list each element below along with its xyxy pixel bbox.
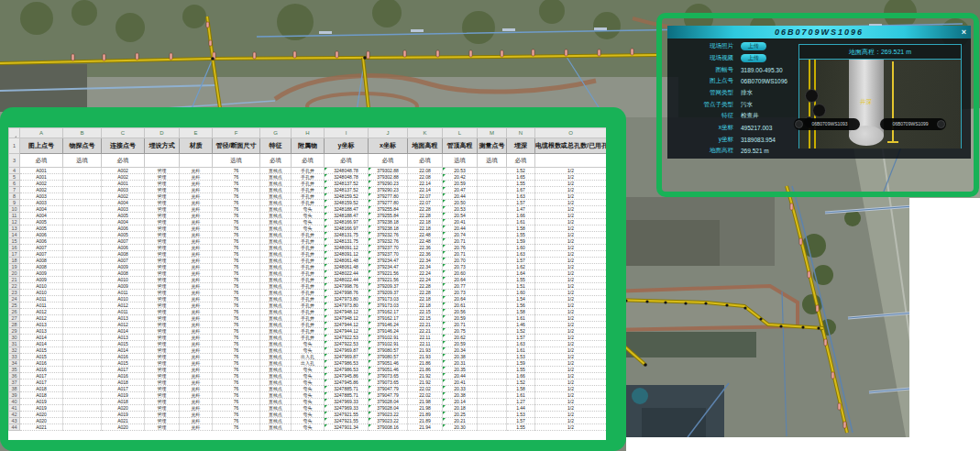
- cell[interactable]: 20.42: [443, 174, 478, 181]
- cell[interactable]: 1.63: [507, 193, 535, 200]
- cell[interactable]: 手孔井: [292, 309, 325, 315]
- cell[interactable]: 管埋: [145, 360, 180, 367]
- cell[interactable]: 直线点: [260, 213, 292, 219]
- cell[interactable]: 379234.47: [369, 258, 408, 264]
- cell[interactable]: 管埋: [145, 232, 180, 238]
- cell[interactable]: 直线点: [260, 386, 292, 392]
- cell[interactable]: 直线点: [260, 315, 292, 322]
- cell[interactable]: 管埋: [145, 367, 180, 373]
- cell[interactable]: 管埋: [145, 264, 180, 270]
- column-header[interactable]: 地面高程: [408, 138, 443, 154]
- cell[interactable]: 3248131.75: [325, 232, 369, 238]
- select-all-corner[interactable]: [9, 128, 20, 138]
- row-number[interactable]: 19: [9, 264, 20, 270]
- cell[interactable]: 直线点: [260, 380, 292, 386]
- cell[interactable]: A014: [102, 347, 145, 354]
- cell[interactable]: 379221.56: [369, 277, 408, 283]
- cell[interactable]: A006: [20, 238, 63, 245]
- cell[interactable]: [478, 335, 507, 341]
- cell[interactable]: 20.70: [443, 258, 478, 264]
- cell[interactable]: [63, 251, 102, 258]
- cell[interactable]: 光纤: [180, 226, 213, 232]
- cell[interactable]: 管埋: [145, 354, 180, 360]
- cell[interactable]: 光纤: [180, 392, 213, 399]
- cell[interactable]: 光纤: [180, 251, 213, 258]
- row-number[interactable]: 8: [9, 193, 20, 200]
- cell[interactable]: 光纤: [180, 168, 213, 174]
- cell[interactable]: 光纤: [180, 354, 213, 360]
- cell[interactable]: 20.71: [443, 251, 478, 258]
- cell[interactable]: [63, 328, 102, 335]
- cell[interactable]: A014: [102, 328, 145, 335]
- cell[interactable]: 管埋: [145, 347, 180, 354]
- cell[interactable]: [63, 399, 102, 405]
- cell[interactable]: 1.57: [507, 258, 535, 264]
- cell[interactable]: 手孔井: [292, 335, 325, 341]
- cell[interactable]: 管埋: [145, 309, 180, 315]
- cell[interactable]: A006: [102, 245, 145, 251]
- cell[interactable]: [63, 264, 102, 270]
- requirement-cell[interactable]: 必填: [325, 154, 369, 168]
- row-number[interactable]: 5: [9, 174, 20, 181]
- cell[interactable]: 手孔井: [292, 290, 325, 296]
- cell[interactable]: 直线点: [260, 392, 292, 399]
- cell[interactable]: 直线点: [260, 412, 292, 418]
- row-number[interactable]: 30: [9, 335, 20, 341]
- column-header[interactable]: 材质: [180, 138, 213, 154]
- cell[interactable]: 22.48: [408, 238, 443, 245]
- requirement-cell[interactable]: 必填: [260, 154, 292, 168]
- cell[interactable]: [63, 354, 102, 360]
- cell[interactable]: [478, 424, 507, 431]
- cell[interactable]: 22.28: [408, 206, 443, 213]
- cell[interactable]: 1.63: [507, 341, 535, 347]
- cell[interactable]: A012: [102, 322, 145, 328]
- cell[interactable]: [478, 251, 507, 258]
- cell[interactable]: 1/2: [535, 226, 607, 232]
- cell[interactable]: 379008.16: [369, 424, 408, 431]
- cell[interactable]: 管埋: [145, 380, 180, 386]
- table-row[interactable]: 13A005A006管埋光纤76直线点弯头3248166.97379238.18…: [9, 226, 607, 232]
- cell[interactable]: 手孔井: [292, 251, 325, 258]
- cell[interactable]: 76: [213, 322, 260, 328]
- cell[interactable]: 76: [213, 418, 260, 424]
- table-row[interactable]: 22A010A009管埋光纤76直线点手孔井3247998.76379209.3…: [9, 283, 607, 290]
- cell[interactable]: 1/2: [535, 283, 607, 290]
- row-number[interactable]: 9: [9, 200, 20, 206]
- table-row[interactable]: 31A014A015管埋光纤76直线点弯头3247922.53379102.91…: [9, 341, 607, 347]
- cell[interactable]: [63, 380, 102, 386]
- cell[interactable]: 1/2: [535, 213, 607, 219]
- table-row[interactable]: 11A004A005管埋光纤76直线点弯头3248188.47379255.84…: [9, 213, 607, 219]
- cell[interactable]: 76: [213, 302, 260, 309]
- cell[interactable]: A008: [20, 258, 63, 264]
- cell[interactable]: 弯头: [292, 424, 325, 431]
- cell[interactable]: 20.62: [443, 335, 478, 341]
- cell[interactable]: 20.73: [443, 264, 478, 270]
- cell[interactable]: [63, 373, 102, 380]
- cell[interactable]: 直线点: [260, 219, 292, 226]
- cell[interactable]: 管埋: [145, 328, 180, 335]
- cell[interactable]: 21.86: [408, 360, 443, 367]
- cell[interactable]: 3248159.52: [325, 200, 369, 206]
- row-number[interactable]: 6: [9, 181, 20, 187]
- cell[interactable]: 3248188.47: [325, 206, 369, 213]
- row-number[interactable]: 42: [9, 412, 20, 418]
- cell[interactable]: [63, 315, 102, 322]
- cell[interactable]: 出入孔: [292, 354, 325, 360]
- cell[interactable]: 22.24: [408, 277, 443, 283]
- cell[interactable]: 1/2: [535, 302, 607, 309]
- cell[interactable]: 76: [213, 238, 260, 245]
- table-row[interactable]: 30A014A013管埋光纤76直线点手孔井3247922.53379102.9…: [9, 335, 607, 341]
- cell[interactable]: 76: [213, 328, 260, 335]
- cell[interactable]: 3248137.52: [325, 187, 369, 193]
- row-number[interactable]: 29: [9, 328, 20, 335]
- cell[interactable]: 1.44: [507, 405, 535, 412]
- cell[interactable]: 光纤: [180, 380, 213, 386]
- table-row[interactable]: 25A011A012管埋光纤76直线点手孔井3247973.80379173.0…: [9, 302, 607, 309]
- cell[interactable]: 22.36: [408, 251, 443, 258]
- cell[interactable]: 22.34: [408, 258, 443, 264]
- cell[interactable]: 1.52: [507, 328, 535, 335]
- cell[interactable]: 22.18: [408, 296, 443, 302]
- cell[interactable]: 20.18: [443, 405, 478, 412]
- cell[interactable]: 1.58: [507, 309, 535, 315]
- row-number[interactable]: 4: [9, 168, 20, 174]
